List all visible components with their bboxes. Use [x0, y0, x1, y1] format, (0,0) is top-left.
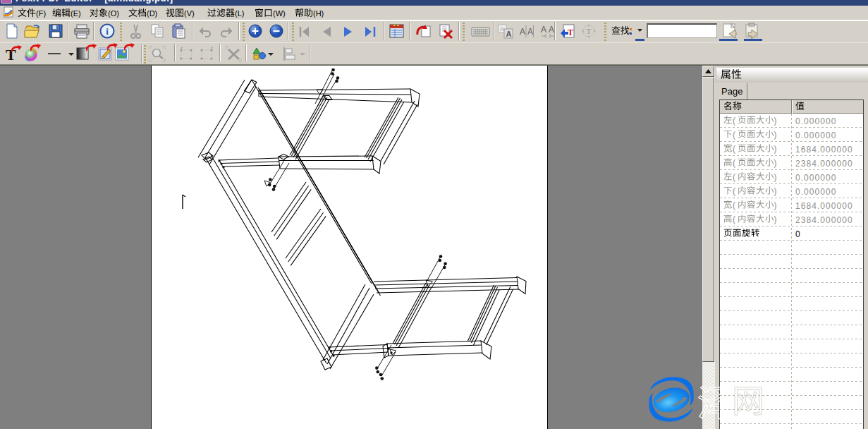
- svg-text:T: T: [587, 27, 592, 35]
- svg-text:A: A: [541, 25, 546, 35]
- svg-text:i: i: [106, 26, 109, 37]
- svg-text:A: A: [520, 27, 525, 37]
- svg-text:A: A: [527, 27, 533, 37]
- svg-text:A: A: [500, 25, 504, 32]
- svg-text:A: A: [506, 30, 512, 38]
- svg-text:A: A: [549, 25, 554, 35]
- svg-text:T: T: [568, 28, 573, 37]
